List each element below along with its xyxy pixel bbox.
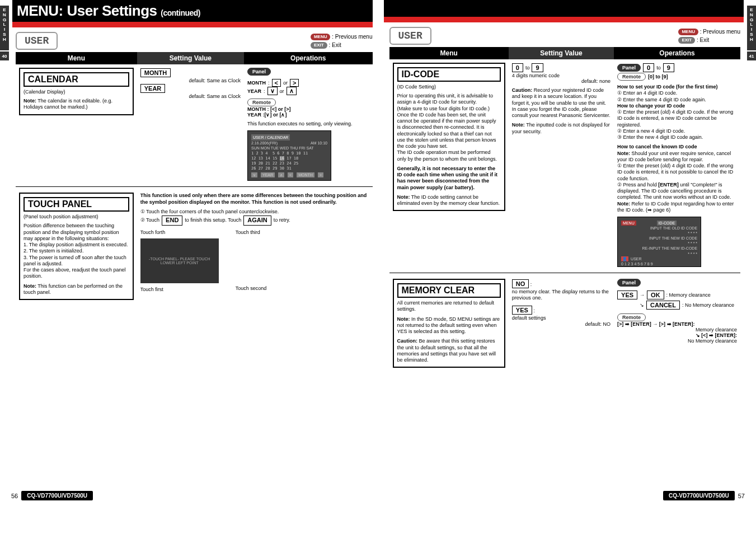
page-number-right: 41	[747, 51, 756, 60]
page-title: MENU: User Settings	[17, 2, 157, 19]
col-head-menu: Menu	[16, 52, 137, 64]
user-tab: USER	[16, 32, 58, 50]
menu-pill-r: MENU	[678, 29, 698, 35]
user-tab-right: USER	[389, 27, 431, 45]
column-headers: Menu Setting Value Operations	[16, 52, 373, 64]
again-button-label: AGAIN	[243, 216, 271, 226]
year-value: YEAR	[140, 84, 166, 93]
col-head-value: Setting Value	[137, 52, 244, 64]
red-divider-right	[384, 17, 744, 22]
exit-pill: EXIT	[311, 42, 327, 49]
nav-hints: MENU : Previous menu EXIT : Exit	[311, 32, 373, 49]
greater-icon: >	[290, 79, 299, 87]
no-value: NO	[512, 279, 529, 288]
touch-head: TOUCH PANEL	[24, 197, 129, 212]
nav-hints-right: MENU : Previous menu EXIT : Exit	[678, 27, 740, 44]
month-value: MONTH	[140, 68, 171, 77]
up-icon: ∧	[287, 87, 297, 95]
end-button-label: END	[162, 216, 182, 226]
idcode-cell: ID-CODE (ID Code Setting) Prior to opera…	[393, 63, 505, 211]
panel-label-m: Panel	[617, 279, 641, 287]
calendar-screenshot: USER / CALENDAR 2.16.2006(FRI)AM 10:10 S…	[247, 130, 331, 181]
down-icon: ∨	[267, 87, 278, 95]
page-title-block-right	[384, 0, 744, 17]
calendar-cell: CALENDAR (Calendar Display) Note: The ca…	[19, 68, 134, 115]
calendar-head: CALENDAR	[24, 72, 129, 87]
footer-page-left: 56	[11, 493, 18, 499]
panel-label: Panel	[247, 68, 271, 76]
panel-label-r: Panel	[617, 64, 641, 72]
idcode-screenshot: MENU ID-CODE INPUT THE OLD ID CODE* * * …	[617, 217, 701, 267]
page-title-continued: (continued)	[161, 8, 200, 17]
less-icon: <	[272, 79, 281, 87]
exit-pill-r: EXIT	[678, 37, 695, 44]
idcode-head: ID-CODE	[397, 67, 501, 82]
footer-page-right: 57	[738, 493, 745, 499]
red-divider	[12, 22, 373, 27]
remote-label-m: Remote	[617, 313, 646, 321]
col-head-ops: Operations	[244, 52, 373, 64]
remote-label-r: Remote	[617, 73, 646, 81]
memory-cell: MEMORY CLEAR All current memories are re…	[393, 279, 505, 368]
memory-head: MEMORY CLEAR	[397, 283, 501, 298]
page-number-left: 40	[0, 51, 9, 60]
calendar-sub: (Calendar Display)	[24, 89, 129, 95]
touch-screenshot: -TOUCH PANEL- PLEASE TOUCH LOWER LEFT PO…	[140, 238, 219, 283]
page-title-block: MENU: User Settings (continued)	[12, 0, 373, 22]
menu-pill: MENU	[311, 34, 331, 40]
touchpanel-cell: TOUCH PANEL (Panel touch position adjust…	[19, 193, 134, 300]
yes-value: YES	[512, 306, 532, 315]
user-icon: 👤	[621, 256, 628, 261]
model-bar-left: CQ-VD7700U/VD7500U	[21, 491, 93, 500]
model-bar-right: CQ-VD7700U/VD7500U	[663, 491, 735, 500]
column-headers-right: Menu Setting Value Operations	[389, 47, 741, 59]
language-tab-right: ENGLISH	[747, 6, 756, 50]
language-tab-left: ENGLISH	[0, 6, 9, 50]
remote-label: Remote	[247, 99, 276, 106]
